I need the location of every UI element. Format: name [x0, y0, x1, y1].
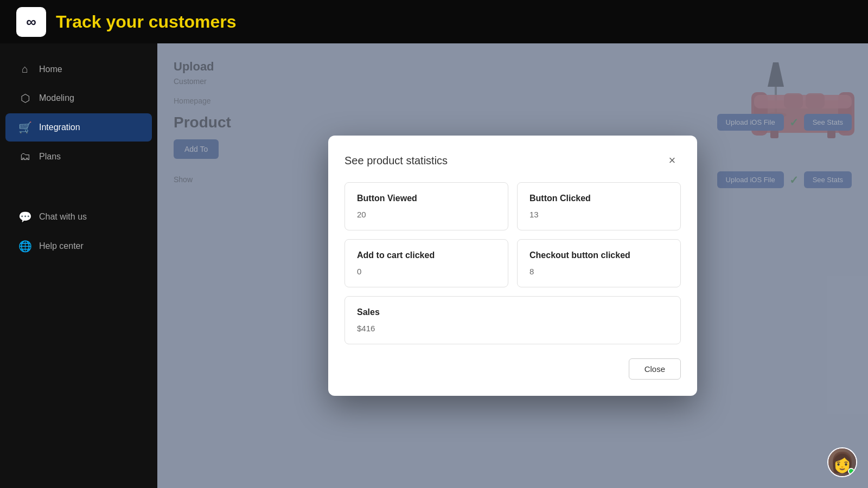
header-title-plain: Track: [56, 12, 106, 31]
chat-avatar[interactable]: [827, 447, 857, 477]
sidebar-label-integration: Integration: [39, 123, 80, 132]
sidebar: ⌂ Home ⬡ Modeling 🛒 Integration 🗂 Plans …: [0, 43, 157, 488]
content-area: Upload Customer Homepage Product Add To …: [157, 43, 868, 488]
sidebar-label-plans: Plans: [39, 152, 61, 162]
header-title: Track your customers: [56, 12, 237, 32]
sidebar-item-plans[interactable]: 🗂 Plans: [5, 143, 152, 170]
plans-icon: 🗂: [18, 150, 31, 163]
sidebar-item-home[interactable]: ⌂ Home: [5, 55, 152, 83]
modal-close-button[interactable]: ×: [663, 152, 681, 169]
chat-icon: 💬: [18, 210, 31, 223]
sidebar-label-modeling: Modeling: [39, 93, 74, 103]
logo: ∞: [16, 7, 46, 37]
chat-online-indicator: [848, 468, 854, 474]
sidebar-label-help: Help center: [39, 241, 84, 251]
logo-icon: ∞: [26, 14, 36, 30]
stat-label-add-to-cart: Add to cart clicked: [357, 251, 496, 260]
sidebar-item-integration[interactable]: 🛒 Integration: [5, 113, 152, 142]
stat-value-button-clicked: 13: [529, 210, 668, 219]
stat-label-sales: Sales: [357, 307, 668, 317]
top-header: ∞ Track your customers: [0, 0, 868, 43]
stat-card-button-clicked: Button Clicked 13: [517, 182, 681, 230]
sidebar-label-home: Home: [39, 65, 62, 74]
modal-header: See product statistics ×: [344, 152, 681, 169]
stat-label-checkout: Checkout button clicked: [529, 251, 668, 260]
modal-footer: Close: [344, 353, 681, 380]
stat-card-add-to-cart: Add to cart clicked 0: [344, 239, 508, 287]
stat-label-button-viewed: Button Viewed: [357, 194, 496, 203]
modeling-icon: ⬡: [18, 92, 31, 105]
close-button[interactable]: Close: [629, 358, 681, 380]
help-icon: 🌐: [18, 240, 31, 253]
integration-icon: 🛒: [18, 121, 31, 134]
stat-value-sales: $416: [357, 324, 668, 333]
sidebar-label-chat: Chat with us: [39, 212, 87, 222]
stats-grid: Button Viewed 20 Button Clicked 13 Add t…: [344, 182, 681, 287]
sidebar-item-help[interactable]: 🌐 Help center: [5, 232, 152, 260]
stat-card-button-viewed: Button Viewed 20: [344, 182, 508, 230]
stat-value-button-viewed: 20: [357, 210, 496, 219]
sidebar-item-chat[interactable]: 💬 Chat with us: [5, 203, 152, 231]
stat-label-button-clicked: Button Clicked: [529, 194, 668, 203]
stat-value-add-to-cart: 0: [357, 267, 496, 276]
main-layout: ⌂ Home ⬡ Modeling 🛒 Integration 🗂 Plans …: [0, 43, 868, 488]
statistics-modal: See product statistics × Button Viewed 2…: [328, 136, 697, 396]
modal-title: See product statistics: [344, 155, 448, 167]
home-icon: ⌂: [18, 63, 31, 75]
header-title-highlight: your customers: [106, 12, 237, 31]
stat-card-sales: Sales $416: [344, 296, 681, 344]
stat-card-checkout: Checkout button clicked 8: [517, 239, 681, 287]
sidebar-item-modeling[interactable]: ⬡ Modeling: [5, 84, 152, 112]
stat-value-checkout: 8: [529, 267, 668, 276]
